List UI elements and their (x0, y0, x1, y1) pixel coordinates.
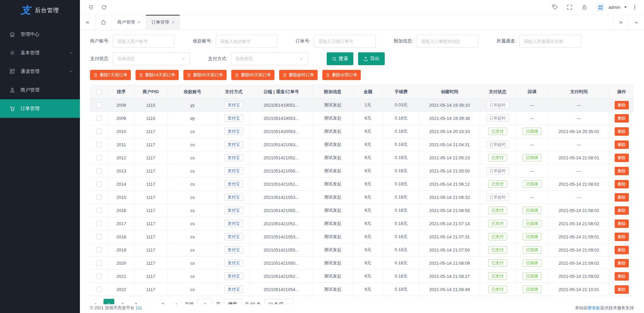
delete-row-button[interactable]: 删除 (615, 101, 629, 109)
order-no-input[interactable] (314, 35, 376, 48)
footer-right-link[interactable]: 蟹老板 (588, 306, 601, 310)
tab-home[interactable] (95, 15, 112, 30)
row-checkbox[interactable] (96, 181, 102, 187)
extra-info-input[interactable] (417, 35, 478, 48)
delete-row-button[interactable]: 删除 (615, 272, 629, 281)
sidebar-item-merchant-management[interactable]: 商户管理 (0, 81, 80, 99)
channel-input[interactable] (519, 35, 581, 48)
trash-icon (235, 73, 239, 77)
sidebar-item-order-management[interactable]: 订单管理 (0, 99, 80, 118)
refresh-button[interactable] (97, 0, 110, 15)
delete-row-button[interactable]: 删除 (615, 193, 629, 202)
row-checkbox[interactable] (96, 115, 102, 121)
payee-account-input[interactable] (216, 35, 277, 48)
footer-left-link[interactable]: 111 (136, 306, 142, 310)
page-button[interactable]: 3 (130, 299, 141, 304)
delete-30day-orders-button[interactable]: 删除30天前订单 (183, 70, 227, 80)
delete-row-button[interactable]: 删除 (615, 180, 629, 188)
select-all-checkbox[interactable] (96, 89, 102, 95)
cell-payee-account: cs (167, 138, 217, 151)
username-label[interactable]: admin (609, 5, 620, 10)
row-checkbox[interactable] (96, 260, 102, 266)
delete-row-button[interactable]: 删除 (615, 154, 629, 162)
jump-confirm-button[interactable]: 确定 (224, 299, 241, 304)
delete-timeout-orders-button[interactable]: 删除超时订单 (279, 70, 318, 80)
total-count-label: 共 90 条 (245, 301, 261, 304)
merchant-account-input[interactable] (113, 35, 175, 48)
filter-row-1: 商户账号: 收款账号: 订单号: 附加信息: 所属通道: (90, 35, 634, 48)
table-row: 20211117cs支付宝2021051421052...测试发起6元0.18元… (90, 270, 634, 283)
scroll-tabs-left-button[interactable] (80, 15, 95, 30)
delete-row-button[interactable]: 删除 (615, 167, 629, 175)
export-button[interactable]: 导出 (358, 52, 385, 65)
pay-method-select[interactable]: 选择类型 (231, 52, 308, 65)
row-checkbox[interactable] (96, 194, 102, 200)
row-checkbox[interactable] (96, 287, 102, 292)
orders-table: 排序 商户PID 收款账号 支付方式 云端 | 通道/订单号 附加信息 金额 手… (90, 85, 634, 296)
more-options-button[interactable] (632, 3, 638, 11)
row-checkbox[interactable] (96, 208, 102, 213)
page-button[interactable]: 2 (117, 299, 128, 304)
cell-pay-time: 2021-05-14 21:09:01 (549, 230, 609, 243)
row-checkbox[interactable] (96, 142, 102, 147)
page-button[interactable]: 9 (157, 299, 168, 304)
cell-payee-account: cs (167, 270, 217, 283)
cell-checkbox (90, 191, 108, 204)
delete-row-button[interactable]: 删除 (615, 219, 629, 228)
lock-button[interactable] (578, 0, 591, 15)
scroll-tabs-right-button[interactable] (613, 15, 628, 30)
tab-options-button[interactable] (628, 15, 644, 30)
pay-method-badge: 支付宝 (224, 128, 243, 135)
collapse-sidebar-button[interactable] (85, 0, 97, 15)
pay-method-badge: 支付宝 (224, 193, 243, 201)
trash-icon (139, 73, 143, 77)
cell-checkbox (90, 151, 108, 164)
sidebar-item-channel-management[interactable]: 通道管理 (0, 62, 80, 81)
cell-checkbox (90, 230, 108, 243)
jump-prefix-label: 到第 (185, 301, 194, 304)
table-row: 20201117cs支付宝2021051421050...测试发起6元0.18元… (90, 257, 634, 270)
delete-all-orders-button[interactable]: 删除全部订单 (322, 70, 361, 80)
delete-90day-orders-button[interactable]: 删除90天前订单 (231, 70, 274, 80)
delete-row-button[interactable]: 删除 (615, 259, 629, 267)
caret-down-icon (624, 6, 627, 8)
sidebar-item-basic-management[interactable]: 基本管理 (0, 44, 80, 62)
page-button[interactable]: 1 (104, 299, 114, 304)
avatar[interactable]: 呆呆 科技 (596, 3, 605, 11)
close-tab-icon[interactable]: × (172, 20, 174, 25)
page-size-select[interactable]: 10 条/页 (264, 299, 294, 304)
delete-14day-orders-button[interactable]: 删除14天前订单 (136, 70, 179, 80)
row-checkbox[interactable] (96, 168, 102, 174)
col-header-sort: 排序 (108, 85, 134, 99)
jump-page-input[interactable] (197, 299, 213, 304)
sidebar-item-admin-center[interactable]: 管理中心 (0, 25, 80, 44)
row-checkbox[interactable] (96, 129, 102, 134)
delete-row-button[interactable]: 删除 (615, 285, 629, 294)
delete-row-button[interactable]: 删除 (615, 140, 629, 149)
cell-callback: --- (515, 138, 548, 151)
row-checkbox[interactable] (96, 102, 102, 108)
cell-checkbox (90, 217, 108, 230)
close-tab-icon[interactable]: × (138, 20, 140, 25)
cell-pay-method: 支付宝 (218, 99, 250, 112)
row-checkbox[interactable] (96, 221, 102, 226)
row-checkbox[interactable] (96, 247, 102, 253)
row-checkbox[interactable] (96, 273, 102, 279)
next-page-button[interactable] (171, 299, 182, 304)
delete-row-button[interactable]: 删除 (615, 233, 629, 241)
tab-merchant-management[interactable]: 商户管理 × (112, 15, 146, 30)
delete-row-button[interactable]: 删除 (615, 114, 629, 123)
delete-row-button[interactable]: 删除 (615, 206, 629, 215)
delete-row-button[interactable]: 删除 (615, 246, 629, 254)
prev-page-button[interactable] (90, 299, 101, 304)
cell-amount: 6元 (353, 138, 383, 151)
delete-row-button[interactable]: 删除 (615, 127, 629, 136)
pay-status-select[interactable]: 选择状态 (113, 52, 190, 65)
row-checkbox[interactable] (96, 155, 102, 160)
row-checkbox[interactable] (96, 234, 102, 239)
fullscreen-button[interactable] (563, 0, 576, 15)
delete-7day-orders-button[interactable]: 删除7天前订单 (90, 70, 131, 80)
search-button[interactable]: 搜索 (327, 52, 353, 65)
tab-order-management[interactable]: 订单管理 × (146, 15, 180, 30)
tag-button[interactable] (549, 0, 561, 15)
